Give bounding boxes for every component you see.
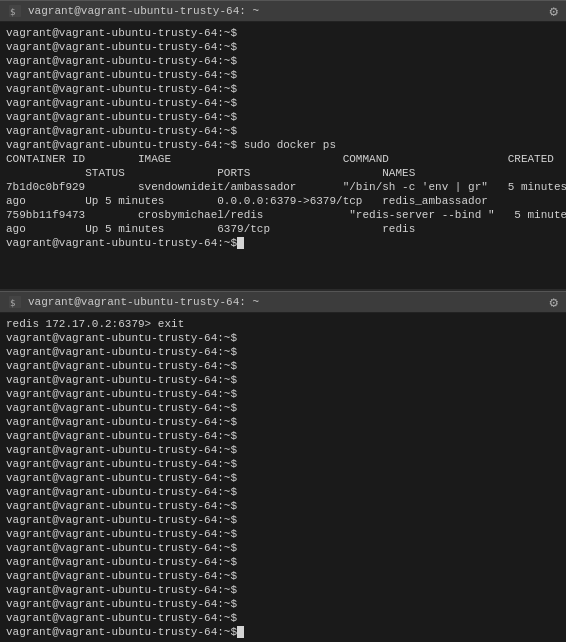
terminal-line: vagrant@vagrant-ubuntu-trusty-64:~$ [6, 68, 560, 82]
terminal-line: vagrant@vagrant-ubuntu-trusty-64:~$ [6, 124, 560, 138]
terminal-line: vagrant@vagrant-ubuntu-trusty-64:~$ [6, 82, 560, 96]
terminal-line: vagrant@vagrant-ubuntu-trusty-64:~$ [6, 429, 560, 443]
redis-exit-line: redis 172.17.0.2:6379> exit [6, 317, 560, 331]
terminal-line: vagrant@vagrant-ubuntu-trusty-64:~$ [6, 373, 560, 387]
docker-ps-row1a: 7b1d0c0bf929 svendownideit/ambassador "/… [6, 180, 560, 194]
terminal-line: vagrant@vagrant-ubuntu-trusty-64:~$ [6, 345, 560, 359]
terminal-line: vagrant@vagrant-ubuntu-trusty-64:~$ [6, 541, 560, 555]
terminal-prompt-last-top: vagrant@vagrant-ubuntu-trusty-64:~$ [6, 236, 560, 250]
terminal-line: vagrant@vagrant-ubuntu-trusty-64:~$ [6, 443, 560, 457]
terminal-line: vagrant@vagrant-ubuntu-trusty-64:~$ [6, 40, 560, 54]
bottom-titlebar: $ vagrant@vagrant-ubuntu-trusty-64: ~ ⚙ [0, 291, 566, 313]
terminal-line: vagrant@vagrant-ubuntu-trusty-64:~$ [6, 597, 560, 611]
terminal-line: vagrant@vagrant-ubuntu-trusty-64:~$ [6, 513, 560, 527]
bottom-window-title: vagrant@vagrant-ubuntu-trusty-64: ~ [28, 296, 259, 308]
app-container: $ vagrant@vagrant-ubuntu-trusty-64: ~ ⚙ … [0, 0, 566, 642]
docker-ps-row1b: ago Up 5 minutes 0.0.0.0:6379->6379/tcp … [6, 194, 560, 208]
docker-ps-row2b: ago Up 5 minutes 6379/tcp redis [6, 222, 560, 236]
terminal-line: vagrant@vagrant-ubuntu-trusty-64:~$ [6, 583, 560, 597]
top-window-title: vagrant@vagrant-ubuntu-trusty-64: ~ [28, 5, 259, 17]
terminal-line: vagrant@vagrant-ubuntu-trusty-64:~$ [6, 527, 560, 541]
top-titlebar: $ vagrant@vagrant-ubuntu-trusty-64: ~ ⚙ [0, 0, 566, 22]
docker-ps-header2: STATUS PORTS NAMES [6, 166, 560, 180]
cursor-bottom [237, 626, 244, 638]
terminal-line: vagrant@vagrant-ubuntu-trusty-64:~$ [6, 457, 560, 471]
terminal-line: vagrant@vagrant-ubuntu-trusty-64:~$ [6, 499, 560, 513]
terminal-prompt-last-bottom: vagrant@vagrant-ubuntu-trusty-64:~$ [6, 625, 560, 639]
terminal-line: vagrant@vagrant-ubuntu-trusty-64:~$ [6, 471, 560, 485]
top-terminal-window: $ vagrant@vagrant-ubuntu-trusty-64: ~ ⚙ … [0, 0, 566, 289]
terminal-icon-top: $ [8, 4, 22, 18]
terminal-line: vagrant@vagrant-ubuntu-trusty-64:~$ [6, 569, 560, 583]
top-gear-icon[interactable]: ⚙ [550, 3, 558, 20]
titlebar-left-top: $ vagrant@vagrant-ubuntu-trusty-64: ~ [8, 4, 259, 18]
top-terminal-body[interactable]: vagrant@vagrant-ubuntu-trusty-64:~$ vagr… [0, 22, 566, 289]
terminal-line: vagrant@vagrant-ubuntu-trusty-64:~$ [6, 96, 560, 110]
terminal-line: vagrant@vagrant-ubuntu-trusty-64:~$ [6, 331, 560, 345]
svg-text:$: $ [10, 7, 15, 17]
bottom-terminal-window: $ vagrant@vagrant-ubuntu-trusty-64: ~ ⚙ … [0, 289, 566, 642]
terminal-line: vagrant@vagrant-ubuntu-trusty-64:~$ [6, 415, 560, 429]
terminal-line: vagrant@vagrant-ubuntu-trusty-64:~$ [6, 110, 560, 124]
terminal-line: vagrant@vagrant-ubuntu-trusty-64:~$ [6, 26, 560, 40]
terminal-line: vagrant@vagrant-ubuntu-trusty-64:~$ [6, 485, 560, 499]
terminal-line: vagrant@vagrant-ubuntu-trusty-64:~$ [6, 54, 560, 68]
terminal-line: vagrant@vagrant-ubuntu-trusty-64:~$ [6, 359, 560, 373]
terminal-line: vagrant@vagrant-ubuntu-trusty-64:~$ [6, 611, 560, 625]
bottom-gear-icon[interactable]: ⚙ [550, 294, 558, 311]
docker-ps-row2a: 759bb11f9473 crosbymichael/redis "redis-… [6, 208, 560, 222]
svg-text:$: $ [10, 298, 15, 308]
terminal-line: vagrant@vagrant-ubuntu-trusty-64:~$ [6, 387, 560, 401]
bottom-terminal-body[interactable]: redis 172.17.0.2:6379> exit vagrant@vagr… [0, 313, 566, 642]
terminal-line: vagrant@vagrant-ubuntu-trusty-64:~$ [6, 555, 560, 569]
titlebar-left-bottom: $ vagrant@vagrant-ubuntu-trusty-64: ~ [8, 295, 259, 309]
docker-ps-command: vagrant@vagrant-ubuntu-trusty-64:~$ sudo… [6, 138, 560, 152]
docker-ps-header1: CONTAINER ID IMAGE COMMAND CREATED [6, 152, 560, 166]
terminal-line: vagrant@vagrant-ubuntu-trusty-64:~$ [6, 401, 560, 415]
cursor-top [237, 237, 244, 249]
terminal-icon-bottom: $ [8, 295, 22, 309]
